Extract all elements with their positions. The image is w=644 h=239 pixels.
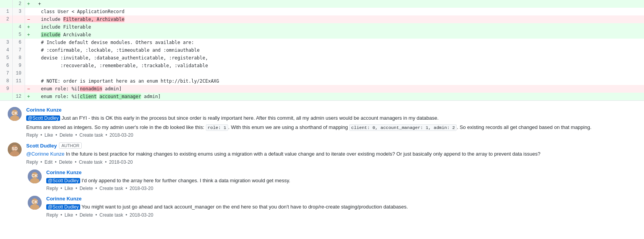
diff-sign <box>25 62 32 69</box>
comment-author[interactable]: Corinne Kunze <box>46 196 82 202</box>
line-num-new: 4 <box>12 23 25 31</box>
diff-sign: − <box>25 15 32 23</box>
meta-action[interactable]: Like <box>65 212 73 218</box>
meta-action[interactable]: Like <box>45 132 53 138</box>
line-num-old: 9 <box>0 85 12 93</box>
line-num-old <box>0 93 12 100</box>
line-num-new: 6 <box>12 39 25 46</box>
comment-body: Corinne Kunze@Scott Dudley You might wan… <box>46 196 636 218</box>
comment-text: @Scott Dudley You might want to just go … <box>46 203 636 211</box>
meta-separator: • <box>104 159 108 165</box>
line-num-new: 8 <box>12 54 25 62</box>
diff-line-content: # Include default devise modules. Others… <box>32 39 644 46</box>
inline-code: role: 1 <box>206 124 228 131</box>
mention-tag[interactable]: @Scott Dudley <box>46 178 80 183</box>
svg-text:CK: CK <box>32 200 38 204</box>
meta-action[interactable]: Like <box>65 186 73 191</box>
diff-line-content: devise :invitable, :database_authenticat… <box>32 54 644 62</box>
meta-separator: • <box>59 212 64 218</box>
meta-date: 2018-03-20 <box>109 132 133 138</box>
comments-section: CK Corinne Kunze@Scott Dudley Just an FY… <box>0 101 644 224</box>
comment-thread: CK Corinne Kunze@Scott Dudley Just an FY… <box>8 107 636 218</box>
meta-action[interactable]: Reply <box>46 212 58 218</box>
meta-action[interactable]: Reply <box>26 132 38 138</box>
comment-row: CK Corinne Kunze@Scott Dudley Just an FY… <box>8 107 636 138</box>
comment-body: Corinne Kunze@Scott Dudley Just an FYI -… <box>26 107 636 138</box>
line-num-new: 7 <box>12 46 25 54</box>
avatar: CK <box>8 107 22 121</box>
diff-sign: + <box>25 31 32 39</box>
meta-action[interactable]: Delete <box>79 212 93 218</box>
diff-sign <box>25 39 32 46</box>
svg-text:CK: CK <box>32 173 38 178</box>
diff-line-content: include Filterable, Archivable <box>32 15 644 23</box>
diff-sign <box>25 8 32 15</box>
diff-sign: − <box>25 85 32 93</box>
meta-separator: • <box>74 159 78 165</box>
comment-meta: Reply • Like • Delete • Create task • 20… <box>46 186 636 191</box>
avatar: SD <box>8 142 22 156</box>
meta-action[interactable]: Delete <box>59 159 72 165</box>
line-num-old <box>0 0 12 8</box>
meta-action[interactable]: Create task <box>99 186 123 191</box>
diff-line-content: include Filterable <box>32 23 644 31</box>
comment-header: Corinne Kunze <box>46 196 636 202</box>
line-num-new <box>12 85 25 93</box>
comment-author[interactable]: Scott Dudley <box>26 143 57 149</box>
line-num-new: 2 <box>12 0 25 8</box>
svg-text:SD: SD <box>12 146 17 151</box>
meta-action[interactable]: Delete <box>59 132 73 138</box>
meta-date: 2018-03-20 <box>129 186 153 191</box>
mention-tag[interactable]: @Scott Dudley <box>26 115 60 121</box>
inline-code: client: 0, account_manager: 1, admin: 2 <box>349 124 457 131</box>
meta-date: 2018-03-20 <box>109 159 133 165</box>
comment-header: Corinne Kunze <box>26 107 636 113</box>
line-num-old: 4 <box>0 46 12 54</box>
meta-action[interactable]: Create task <box>79 132 103 138</box>
line-num-new: 9 <box>12 62 25 69</box>
meta-action[interactable]: Edit <box>45 159 53 165</box>
meta-action[interactable]: Create task <box>79 159 103 165</box>
comment-meta: Reply • Like • Delete • Create task • 20… <box>26 132 636 138</box>
line-num-new: 11 <box>12 77 25 85</box>
meta-action[interactable]: Reply <box>46 186 58 191</box>
meta-action[interactable]: Delete <box>79 186 93 191</box>
comment-meta: Reply • Like • Delete • Create task • 20… <box>46 212 636 218</box>
comment-header: Scott DudleyAUTHOR <box>26 142 636 149</box>
diff-line-content: # :confirmable, :lockable, :timeoutable … <box>32 46 644 54</box>
line-num-old: 5 <box>0 54 12 62</box>
comment-row: CK Corinne Kunze@Scott Dudley You might … <box>28 196 636 218</box>
line-num-new: 5 <box>12 31 25 39</box>
comment-text: @Scott Dudley Just an FYI - this is OK t… <box>26 114 636 122</box>
meta-separator: • <box>104 132 108 138</box>
meta-separator: • <box>74 212 79 218</box>
line-num-old: 1 <box>0 8 12 15</box>
comment-second-line: Enums are stored as integers. So my admi… <box>26 124 636 131</box>
mention-plain[interactable]: @Corinne Kunze <box>26 151 64 157</box>
diff-table: 2 + + 1 3 class User < ApplicationRecord… <box>0 0 644 100</box>
comment-row: SD Scott DudleyAUTHOR@Corinne Kunze In t… <box>8 142 636 165</box>
diff-sign: + <box>25 23 32 31</box>
meta-separator: • <box>74 186 79 191</box>
comment-text: @Scott Dudley I'd only append to the arr… <box>46 177 636 185</box>
diff-line-content: :recoverable, :rememberable, :trackable,… <box>32 62 644 69</box>
line-num-new: 10 <box>12 69 25 77</box>
avatar: CK <box>28 170 42 183</box>
line-num-new: 12 <box>12 93 25 100</box>
line-num-old: 7 <box>0 69 12 77</box>
meta-action[interactable]: Reply <box>26 159 38 165</box>
meta-separator: • <box>74 132 78 138</box>
comment-header: Corinne Kunze <box>46 170 636 175</box>
comment-author[interactable]: Corinne Kunze <box>46 170 82 175</box>
comment-meta: Reply • Edit • Delete • Create task • 20… <box>26 159 636 165</box>
diff-line-content <box>32 69 644 77</box>
meta-separator: • <box>124 186 128 191</box>
meta-separator: • <box>124 212 128 218</box>
author-badge: AUTHOR <box>59 142 81 149</box>
comment-author[interactable]: Corinne Kunze <box>26 107 62 113</box>
line-num-old: 8 <box>0 77 12 85</box>
meta-separator: • <box>94 212 98 218</box>
meta-action[interactable]: Create task <box>99 212 123 218</box>
diff-line-content: enum role: %i[client account_manager adm… <box>32 93 644 100</box>
mention-tag[interactable]: @Scott Dudley <box>46 204 80 210</box>
